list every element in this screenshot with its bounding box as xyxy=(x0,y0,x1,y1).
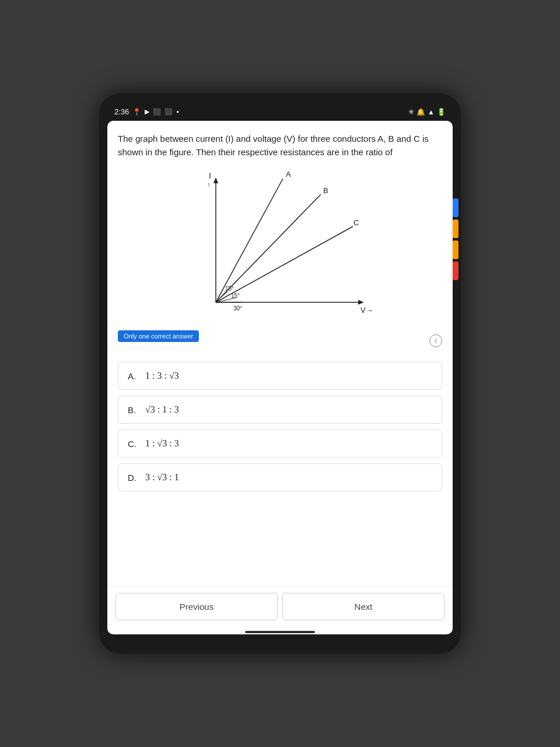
option-B-label: B. xyxy=(128,405,139,415)
notification-icon: 🔔 xyxy=(416,108,425,116)
home-indicator xyxy=(245,631,315,633)
option-D[interactable]: D. 3 : √3 : 1 xyxy=(118,463,442,491)
previous-button[interactable]: Previous xyxy=(116,593,278,620)
device-frame: 2:36 📍 ▶ ⬛ ⬛ ● ✳ 🔔 ▲ 🔋 The graph between… xyxy=(99,93,461,654)
svg-text:V→: V→ xyxy=(360,306,373,315)
signal-icon: ▲ xyxy=(428,108,435,116)
battery-icon: 🔋 xyxy=(437,108,446,116)
status-right: ✳ 🔔 ▲ 🔋 xyxy=(408,108,446,116)
svg-text:C: C xyxy=(354,218,359,227)
screen: The graph between current (I) and voltag… xyxy=(107,121,453,634)
side-pills xyxy=(453,198,459,280)
option-A[interactable]: A. 1 : 3 : √3 xyxy=(118,362,442,390)
status-left: 2:36 📍 ▶ ⬛ ⬛ ● xyxy=(114,107,179,116)
svg-marker-1 xyxy=(214,177,218,183)
option-B[interactable]: B. √3 : 1 : 3 xyxy=(118,396,442,424)
option-A-label: A. xyxy=(128,371,139,381)
info-icon[interactable]: i xyxy=(429,334,442,347)
svg-text:B: B xyxy=(323,186,328,195)
options-list: A. 1 : 3 : √3 B. √3 : 1 : 3 C. 1 : √3 : … xyxy=(118,362,442,491)
svg-text:I: I xyxy=(209,171,211,180)
option-C[interactable]: C. 1 : √3 : 3 xyxy=(118,430,442,458)
media-icon-2: ⬛ xyxy=(153,108,161,116)
option-B-text: √3 : 1 : 3 xyxy=(145,404,179,415)
iv-graph: I ↑ V→ A B C xyxy=(181,168,379,320)
svg-text:↑: ↑ xyxy=(207,181,211,188)
media-icon-1: ▶ xyxy=(145,108,149,116)
side-pill-2 xyxy=(453,219,459,238)
side-pill-4 xyxy=(453,261,459,280)
time-display: 2:36 xyxy=(114,107,129,116)
svg-text:15°: 15° xyxy=(225,285,234,292)
question-text: The graph between current (I) and voltag… xyxy=(118,132,442,159)
side-pill-3 xyxy=(453,240,459,259)
side-pill-1 xyxy=(453,198,459,217)
bluetooth-icon: ✳ xyxy=(408,108,414,116)
option-C-text: 1 : √3 : 3 xyxy=(145,438,179,449)
svg-text:15°: 15° xyxy=(231,292,240,299)
dot-indicator: ● xyxy=(176,109,179,114)
svg-text:30°: 30° xyxy=(233,305,242,312)
location-icon: 📍 xyxy=(132,108,141,116)
media-icon-3: ⬛ xyxy=(164,108,173,116)
svg-marker-3 xyxy=(358,300,364,305)
option-D-label: D. xyxy=(128,473,139,483)
next-button[interactable]: Next xyxy=(282,593,444,620)
option-A-text: 1 : 3 : √3 xyxy=(145,371,179,381)
graph-container: I ↑ V→ A B C xyxy=(118,168,442,320)
option-D-text: 3 : √3 : 1 xyxy=(145,472,179,483)
svg-text:A: A xyxy=(286,170,291,179)
bottom-nav: Previous Next xyxy=(107,587,453,627)
answer-type-badge: Only one correct answer xyxy=(118,330,199,342)
content-area: The graph between current (I) and voltag… xyxy=(107,121,453,587)
status-bar: 2:36 📍 ▶ ⬛ ⬛ ● ✳ 🔔 ▲ 🔋 xyxy=(107,104,453,121)
option-C-label: C. xyxy=(128,439,139,449)
